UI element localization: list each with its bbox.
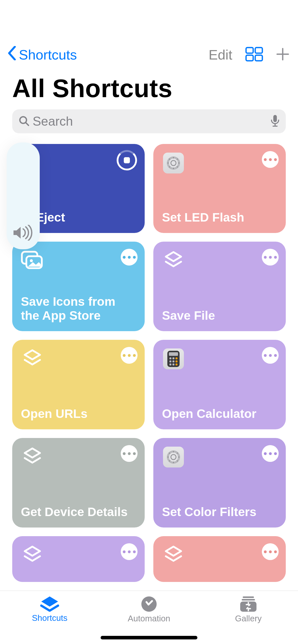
shortcut-card-save-icons[interactable]: Save Icons from the App Store xyxy=(12,242,145,331)
nav-bar: Shortcuts Edit xyxy=(0,41,298,69)
layers-icon xyxy=(23,349,42,369)
svg-point-21 xyxy=(172,363,174,365)
shortcuts-grid: er Eject Set LED Flash Save Icons f xyxy=(0,144,298,591)
shortcut-title: Get Device Details xyxy=(21,505,136,519)
layers-icon xyxy=(164,251,183,271)
svg-point-7 xyxy=(169,158,178,168)
svg-rect-13 xyxy=(169,352,178,356)
shortcut-title: Set Color Filters xyxy=(162,505,277,519)
shortcut-title: Open URLs xyxy=(21,407,136,421)
ellipsis-icon xyxy=(264,550,277,553)
svg-rect-0 xyxy=(246,48,253,53)
stop-icon xyxy=(124,157,130,163)
grid-icon xyxy=(245,47,263,62)
more-button[interactable] xyxy=(262,445,279,462)
shortcut-card-partial[interactable] xyxy=(153,536,286,582)
tab-gallery[interactable]: Gallery xyxy=(199,596,298,644)
automation-tab-icon xyxy=(141,596,157,612)
svg-rect-5 xyxy=(273,115,277,122)
shortcut-title: Save File xyxy=(162,309,277,323)
shortcuts-tab-icon xyxy=(40,596,59,612)
settings-app-icon xyxy=(163,447,184,467)
stop-running-button[interactable] xyxy=(117,150,137,170)
shortcut-card-get-device-details[interactable]: Get Device Details xyxy=(12,438,145,528)
back-button[interactable]: Shortcuts xyxy=(8,46,77,63)
more-button[interactable] xyxy=(262,543,279,560)
svg-rect-27 xyxy=(243,596,254,598)
speaker-icon xyxy=(12,225,34,242)
plus-icon xyxy=(275,47,290,62)
ellipsis-icon xyxy=(123,354,136,357)
svg-point-11 xyxy=(30,259,33,262)
home-indicator[interactable] xyxy=(101,636,197,639)
search-placeholder: Search xyxy=(33,114,270,129)
svg-rect-2 xyxy=(246,55,253,61)
photos-icon xyxy=(21,251,44,271)
add-button[interactable] xyxy=(275,47,290,63)
shortcut-title: Save Icons from the App Store xyxy=(21,295,125,323)
more-button[interactable] xyxy=(262,249,279,266)
more-button[interactable] xyxy=(262,151,279,168)
search-field[interactable]: Search xyxy=(12,109,286,133)
tab-label: Gallery xyxy=(235,614,262,623)
settings-app-icon xyxy=(163,153,184,173)
microphone-icon[interactable] xyxy=(270,114,280,128)
tab-label: Shortcuts xyxy=(32,613,67,623)
more-button[interactable] xyxy=(121,543,138,560)
tab-label: Automation xyxy=(128,614,170,623)
ellipsis-icon xyxy=(123,452,136,455)
shortcut-card-open-calculator[interactable]: Open Calculator xyxy=(153,340,286,429)
ellipsis-icon xyxy=(264,256,277,259)
svg-point-18 xyxy=(172,360,174,362)
svg-point-17 xyxy=(169,360,171,362)
svg-point-15 xyxy=(172,357,174,359)
tab-shortcuts[interactable]: Shortcuts xyxy=(0,596,99,644)
ellipsis-icon xyxy=(264,452,277,455)
ellipsis-icon xyxy=(264,158,277,161)
svg-point-24 xyxy=(169,452,178,462)
shortcut-card-set-color-filters[interactable]: Set Color Filters xyxy=(153,438,286,528)
grid-view-button[interactable] xyxy=(245,47,263,63)
svg-rect-1 xyxy=(255,48,262,53)
more-button[interactable] xyxy=(121,249,138,266)
svg-rect-3 xyxy=(255,55,262,61)
shortcut-card-set-led-flash[interactable]: Set LED Flash xyxy=(153,144,286,233)
ellipsis-icon xyxy=(123,256,136,259)
layers-icon xyxy=(164,545,183,565)
svg-point-14 xyxy=(169,357,171,359)
back-label: Shortcuts xyxy=(19,47,77,63)
volume-hud xyxy=(7,142,40,249)
shortcut-card-partial[interactable] xyxy=(12,536,145,582)
svg-rect-28 xyxy=(242,599,255,601)
calculator-app-icon xyxy=(163,348,184,369)
svg-point-19 xyxy=(175,360,178,362)
ellipsis-icon xyxy=(123,550,136,553)
more-button[interactable] xyxy=(121,347,138,364)
layers-icon xyxy=(23,545,42,565)
edit-button[interactable]: Edit xyxy=(209,47,232,63)
more-button[interactable] xyxy=(121,445,138,462)
shortcut-card-open-urls[interactable]: Open URLs xyxy=(12,340,145,429)
page-title: All Shortcuts xyxy=(12,74,172,103)
shortcut-title: Set LED Flash xyxy=(162,210,277,224)
shortcut-title: Open Calculator xyxy=(162,407,277,421)
more-button[interactable] xyxy=(262,347,279,364)
svg-point-22 xyxy=(175,363,178,365)
gallery-tab-icon xyxy=(239,596,258,612)
svg-point-16 xyxy=(175,357,178,359)
chevron-left-icon xyxy=(8,46,16,63)
shortcut-card-save-file[interactable]: Save File xyxy=(153,242,286,331)
search-icon xyxy=(18,115,30,127)
svg-point-20 xyxy=(169,363,171,365)
ellipsis-icon xyxy=(264,354,277,357)
layers-icon xyxy=(23,447,42,467)
